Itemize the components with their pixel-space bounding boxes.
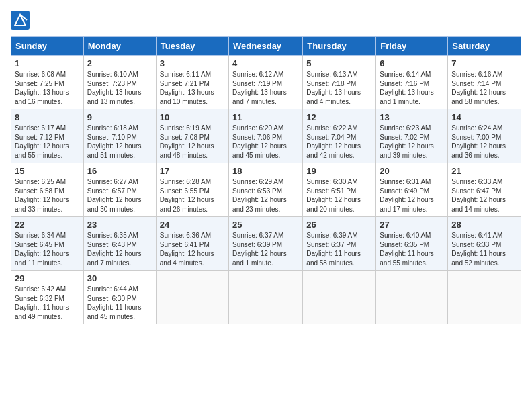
day-number: 26 [306,220,372,230]
calendar-cell: 12Sunrise: 6:22 AM Sunset: 7:04 PM Dayli… [303,109,376,163]
day-info: Sunrise: 6:20 AM Sunset: 7:06 PM Dayligh… [232,124,299,160]
day-number: 4 [232,58,299,68]
day-info: Sunrise: 6:28 AM Sunset: 6:55 PM Dayligh… [160,177,225,214]
calendar-cell: 4Sunrise: 6:12 AM Sunset: 7:19 PM Daylig… [229,56,303,109]
day-info: Sunrise: 6:13 AM Sunset: 7:18 PM Dayligh… [306,70,372,106]
day-number: 1 [15,58,80,68]
day-info: Sunrise: 6:25 AM Sunset: 6:58 PM Dayligh… [15,177,80,214]
calendar-cell: 14Sunrise: 6:24 AM Sunset: 7:00 PM Dayli… [448,109,521,163]
day-number: 14 [451,112,517,122]
day-number: 17 [160,166,225,176]
day-number: 21 [451,166,517,176]
day-info: Sunrise: 6:10 AM Sunset: 7:23 PM Dayligh… [87,70,152,106]
day-info: Sunrise: 6:11 AM Sunset: 7:21 PM Dayligh… [160,70,225,106]
day-number: 18 [232,166,299,176]
day-info: Sunrise: 6:37 AM Sunset: 6:39 PM Dayligh… [232,231,299,267]
day-number: 27 [380,220,444,230]
calendar-cell: 28Sunrise: 6:41 AM Sunset: 6:33 PM Dayli… [448,217,521,271]
day-info: Sunrise: 6:23 AM Sunset: 7:02 PM Dayligh… [380,124,444,160]
day-info: Sunrise: 6:34 AM Sunset: 6:45 PM Dayligh… [15,231,80,267]
day-info: Sunrise: 6:30 AM Sunset: 6:51 PM Dayligh… [306,177,372,214]
calendar-cell: 19Sunrise: 6:30 AM Sunset: 6:51 PM Dayli… [303,163,376,217]
weekday-header: Saturday [448,37,521,56]
weekday-header: Sunday [11,37,84,56]
weekday-header: Tuesday [156,37,228,56]
day-info: Sunrise: 6:41 AM Sunset: 6:33 PM Dayligh… [451,231,517,267]
day-number: 25 [232,220,299,230]
day-number: 15 [15,166,80,176]
day-number: 9 [87,112,152,122]
calendar-cell: 30Sunrise: 6:44 AM Sunset: 6:30 PM Dayli… [83,271,156,324]
calendar-cell: 9Sunrise: 6:18 AM Sunset: 7:10 PM Daylig… [83,109,156,163]
day-number: 3 [160,58,225,68]
calendar-cell: 23Sunrise: 6:35 AM Sunset: 6:43 PM Dayli… [83,217,156,271]
day-number: 30 [87,273,152,283]
day-number: 29 [15,273,80,283]
calendar-cell [303,271,376,324]
logo-icon [11,11,30,30]
day-number: 12 [306,112,372,122]
day-info: Sunrise: 6:18 AM Sunset: 7:10 PM Dayligh… [87,124,152,160]
calendar-cell: 1Sunrise: 6:08 AM Sunset: 7:25 PM Daylig… [11,56,84,109]
day-info: Sunrise: 6:14 AM Sunset: 7:16 PM Dayligh… [380,70,444,106]
calendar-cell: 29Sunrise: 6:42 AM Sunset: 6:32 PM Dayli… [11,271,84,324]
calendar-cell: 18Sunrise: 6:29 AM Sunset: 6:53 PM Dayli… [229,163,303,217]
calendar-cell: 11Sunrise: 6:20 AM Sunset: 7:06 PM Dayli… [229,109,303,163]
calendar-table: SundayMondayTuesdayWednesdayThursdayFrid… [11,36,521,324]
day-number: 19 [306,166,372,176]
day-info: Sunrise: 6:33 AM Sunset: 6:47 PM Dayligh… [451,177,517,214]
page-header [11,11,521,30]
day-info: Sunrise: 6:08 AM Sunset: 7:25 PM Dayligh… [15,70,80,106]
day-number: 22 [15,220,80,230]
day-info: Sunrise: 6:44 AM Sunset: 6:30 PM Dayligh… [87,285,152,321]
calendar-cell: 15Sunrise: 6:25 AM Sunset: 6:58 PM Dayli… [11,163,84,217]
calendar-cell: 6Sunrise: 6:14 AM Sunset: 7:16 PM Daylig… [376,56,448,109]
calendar-week-row: 8Sunrise: 6:17 AM Sunset: 7:12 PM Daylig… [11,109,521,163]
calendar-week-row: 29Sunrise: 6:42 AM Sunset: 6:32 PM Dayli… [11,271,521,324]
logo [11,11,32,30]
calendar-week-row: 22Sunrise: 6:34 AM Sunset: 6:45 PM Dayli… [11,217,521,271]
day-info: Sunrise: 6:35 AM Sunset: 6:43 PM Dayligh… [87,231,152,267]
calendar-cell: 27Sunrise: 6:40 AM Sunset: 6:35 PM Dayli… [376,217,448,271]
day-number: 5 [306,58,372,68]
calendar-cell [229,271,303,324]
calendar-cell: 2Sunrise: 6:10 AM Sunset: 7:23 PM Daylig… [83,56,156,109]
calendar-cell: 22Sunrise: 6:34 AM Sunset: 6:45 PM Dayli… [11,217,84,271]
day-info: Sunrise: 6:19 AM Sunset: 7:08 PM Dayligh… [160,124,225,160]
day-info: Sunrise: 6:36 AM Sunset: 6:41 PM Dayligh… [160,231,225,267]
day-number: 10 [160,112,225,122]
calendar-week-row: 15Sunrise: 6:25 AM Sunset: 6:58 PM Dayli… [11,163,521,217]
day-info: Sunrise: 6:42 AM Sunset: 6:32 PM Dayligh… [15,285,80,321]
weekday-header: Thursday [303,37,376,56]
calendar-cell: 20Sunrise: 6:31 AM Sunset: 6:49 PM Dayli… [376,163,448,217]
calendar-cell: 21Sunrise: 6:33 AM Sunset: 6:47 PM Dayli… [448,163,521,217]
day-number: 2 [87,58,152,68]
day-info: Sunrise: 6:39 AM Sunset: 6:37 PM Dayligh… [306,231,372,267]
weekday-header: Friday [376,37,448,56]
calendar-cell: 7Sunrise: 6:16 AM Sunset: 7:14 PM Daylig… [448,56,521,109]
calendar-cell [376,271,448,324]
day-info: Sunrise: 6:12 AM Sunset: 7:19 PM Dayligh… [232,70,299,106]
day-number: 7 [451,58,517,68]
weekday-header: Monday [83,37,156,56]
calendar-cell: 5Sunrise: 6:13 AM Sunset: 7:18 PM Daylig… [303,56,376,109]
day-info: Sunrise: 6:27 AM Sunset: 6:57 PM Dayligh… [87,177,152,214]
day-info: Sunrise: 6:31 AM Sunset: 6:49 PM Dayligh… [380,177,444,214]
day-info: Sunrise: 6:29 AM Sunset: 6:53 PM Dayligh… [232,177,299,214]
day-info: Sunrise: 6:40 AM Sunset: 6:35 PM Dayligh… [380,231,444,267]
calendar-cell: 25Sunrise: 6:37 AM Sunset: 6:39 PM Dayli… [229,217,303,271]
day-number: 23 [87,220,152,230]
calendar-cell: 16Sunrise: 6:27 AM Sunset: 6:57 PM Dayli… [83,163,156,217]
calendar-header-row: SundayMondayTuesdayWednesdayThursdayFrid… [11,37,521,56]
calendar-cell: 3Sunrise: 6:11 AM Sunset: 7:21 PM Daylig… [156,56,228,109]
calendar-cell: 17Sunrise: 6:28 AM Sunset: 6:55 PM Dayli… [156,163,228,217]
day-number: 11 [232,112,299,122]
day-number: 6 [380,58,444,68]
weekday-header: Wednesday [229,37,303,56]
calendar-cell: 24Sunrise: 6:36 AM Sunset: 6:41 PM Dayli… [156,217,228,271]
calendar-cell: 13Sunrise: 6:23 AM Sunset: 7:02 PM Dayli… [376,109,448,163]
day-info: Sunrise: 6:17 AM Sunset: 7:12 PM Dayligh… [15,124,80,160]
day-number: 20 [380,166,444,176]
day-info: Sunrise: 6:22 AM Sunset: 7:04 PM Dayligh… [306,124,372,160]
calendar-cell: 10Sunrise: 6:19 AM Sunset: 7:08 PM Dayli… [156,109,228,163]
